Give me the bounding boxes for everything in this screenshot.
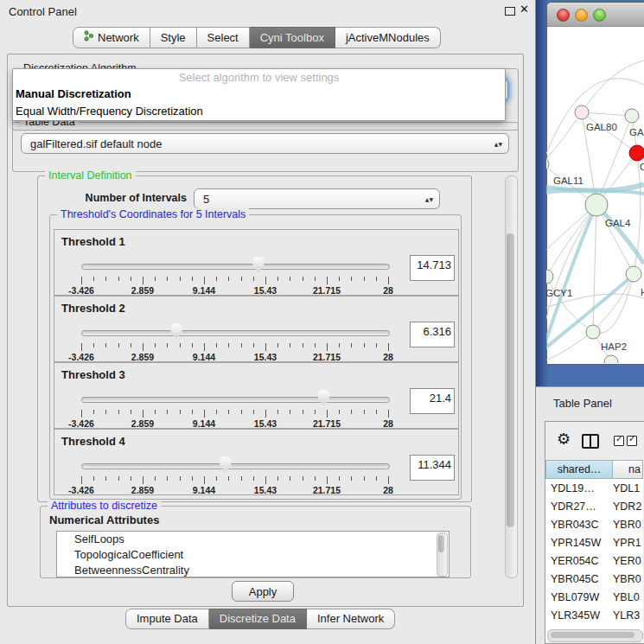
scale-label: 15.43	[254, 352, 277, 362]
tab-label: Infer Network	[317, 612, 384, 625]
slider-thumb[interactable]	[219, 456, 233, 472]
network-node[interactable]	[629, 145, 644, 161]
tab-discretize-data[interactable]: Discretize Data	[209, 609, 307, 629]
tab-label: Cyni Toolbox	[260, 31, 324, 44]
node-label: H	[641, 287, 644, 297]
horizontal-scrollbar-thumb[interactable]	[551, 632, 634, 638]
table-row[interactable]: YPR145WYPR1	[545, 533, 643, 552]
horizontal-scrollbar[interactable]	[547, 629, 643, 642]
num-intervals-combo[interactable]: 5 ▲▼	[194, 188, 440, 209]
list-scrollbar-thumb[interactable]	[438, 535, 444, 552]
thresholds-group: Threshold's Coordinates for 5 Intervals …	[49, 214, 462, 500]
column-header-name[interactable]: na	[613, 460, 643, 479]
scale-label: -3.426	[68, 418, 94, 429]
table-row[interactable]: YBR045CYBR0	[545, 570, 643, 588]
threshold-value-field[interactable]: 14.713	[410, 255, 455, 281]
combo-stepper-icon: ▲▼	[494, 142, 502, 146]
gear-icon[interactable]: ⚙	[557, 430, 571, 448]
threshold-panel: Threshold 1-3.4262.8599.14415.4321.71528…	[54, 229, 459, 296]
scale-label: 21.715	[313, 485, 341, 495]
threshold-slider[interactable]: -3.4262.8599.14415.4321.71528	[81, 256, 388, 292]
scale-label: 2.859	[131, 352, 154, 362]
slider-thumb[interactable]	[169, 323, 183, 339]
algorithm-dropdown-popup: Select algorithm to view settings Manual…	[12, 68, 506, 121]
close-icon[interactable]: ✕	[520, 3, 529, 16]
cell-name: YDL1	[611, 482, 643, 494]
slider-thumb[interactable]	[316, 390, 330, 405]
threshold-slider[interactable]: -3.4262.8599.14415.4321.71528	[81, 456, 388, 492]
algorithm-option[interactable]: Manual Discretization	[13, 86, 505, 103]
tab-infer-network[interactable]: Infer Network	[307, 609, 395, 629]
network-node[interactable]	[586, 325, 600, 339]
tab-impute-data[interactable]: Impute Data	[125, 609, 209, 629]
slider-scale: -3.4262.8599.14415.4321.71528	[81, 352, 388, 362]
scale-label: 15.43	[254, 485, 277, 495]
minimize-window-icon[interactable]	[575, 9, 588, 22]
table-row[interactable]: YBR043CYBR0	[545, 515, 643, 533]
table-data-combo-value: galFiltered.sif default node	[30, 137, 162, 150]
threshold-value-field[interactable]: 11.344	[410, 455, 455, 481]
numerical-attribute-item[interactable]: SelfLoops	[57, 532, 449, 547]
interval-definition-title: Interval Definition	[45, 169, 136, 182]
node-label: GAL4	[605, 218, 631, 228]
threshold-slider[interactable]: -3.4262.8599.14415.4321.71528	[81, 389, 388, 425]
network-node[interactable]	[625, 109, 639, 123]
cell-shared-name: YPR145W	[545, 537, 611, 549]
float-panel-icon[interactable]	[505, 7, 515, 16]
tab-style[interactable]: Style	[150, 27, 197, 48]
slider-scale: -3.4262.8599.14415.4321.71528	[81, 418, 388, 429]
numerical-attribute-item[interactable]: BetweennessCentrality	[57, 563, 449, 577]
algorithm-option[interactable]: Equal Width/Frequency Discretization	[13, 103, 505, 120]
network-window-titlebar[interactable]	[547, 3, 644, 27]
threshold-label: Threshold 2	[61, 302, 125, 315]
numerical-attribute-item[interactable]: TopologicalCoefficient	[57, 547, 449, 563]
column-header-shared-name[interactable]: shared…	[545, 460, 613, 479]
tab-jactivemnodules[interactable]: jActiveMNodules	[335, 27, 441, 48]
threshold-panel: Threshold 3-3.4262.8599.14415.4321.71528…	[54, 362, 459, 429]
cell-name: YLR3	[611, 609, 643, 622]
vertical-scrollbar-thumb[interactable]	[507, 233, 514, 527]
scale-label: 28	[383, 285, 393, 296]
tab-select[interactable]: Select	[197, 27, 250, 48]
table-row[interactable]: YDR27…YDR2	[545, 497, 643, 515]
threshold-value-field[interactable]: 6.316	[410, 322, 455, 348]
network-node[interactable]	[585, 194, 608, 216]
checkbox-icon[interactable]: ✓	[627, 436, 637, 446]
table-row[interactable]: YLR345WYLR3	[545, 606, 643, 624]
numerical-attributes-list[interactable]: SelfLoopsTopologicalCoefficientBetweenne…	[56, 531, 450, 577]
top-tab-bar: NetworkStyleSelectCyni ToolboxjActiveMNo…	[73, 27, 441, 48]
network-node[interactable]	[546, 270, 553, 284]
scale-label: 21.715	[313, 285, 341, 296]
scale-label: 9.144	[193, 418, 215, 429]
table-row[interactable]: YER054CYER0	[545, 552, 643, 570]
algorithm-placeholder-option[interactable]: Select algorithm to view settings	[13, 69, 505, 86]
slider-thumb[interactable]	[252, 257, 265, 272]
table-row[interactable]: YBL079WYBL0	[545, 588, 643, 606]
bottom-tab-bar: Impute DataDiscretize DataInfer Network	[125, 609, 395, 629]
list-scrollbar[interactable]	[437, 532, 448, 577]
close-window-icon[interactable]	[557, 9, 570, 22]
vertical-scrollbar[interactable]	[505, 175, 518, 578]
scale-label: 28	[383, 418, 393, 429]
threshold-value-field[interactable]: 21.4	[410, 388, 455, 414]
tab-network[interactable]: Network	[73, 27, 150, 48]
slider-scale: -3.4262.8599.14415.4321.71528	[81, 285, 388, 296]
network-node[interactable]	[604, 355, 618, 363]
threshold-slider[interactable]: -3.4262.8599.14415.4321.71528	[81, 322, 388, 359]
table-data-combo[interactable]: galFiltered.sif default node ▲▼	[21, 133, 509, 154]
checkbox-icon[interactable]: ✓	[614, 436, 624, 446]
interval-definition-group: Interval Definition Number of Intervals …	[37, 175, 472, 502]
apply-button[interactable]: Apply	[232, 581, 294, 602]
scale-label: 9.144	[193, 485, 215, 495]
cell-shared-name: YLR345W	[545, 609, 611, 622]
network-node[interactable]	[626, 266, 641, 282]
node-label: GAL80	[586, 122, 617, 132]
cell-shared-name: YBR045C	[545, 573, 611, 585]
threshold-panel: Threshold 4-3.4262.8599.14415.4321.71528…	[54, 429, 459, 495]
split-columns-icon[interactable]	[582, 434, 599, 449]
network-node[interactable]	[575, 105, 589, 119]
zoom-window-icon[interactable]	[593, 9, 606, 22]
tab-cyni-toolbox[interactable]: Cyni Toolbox	[250, 27, 335, 48]
network-canvas[interactable]: GAL80GACGAL11GAL4GCY1HHAP2	[546, 26, 644, 363]
table-row[interactable]: YDL19…YDL1	[545, 479, 643, 497]
